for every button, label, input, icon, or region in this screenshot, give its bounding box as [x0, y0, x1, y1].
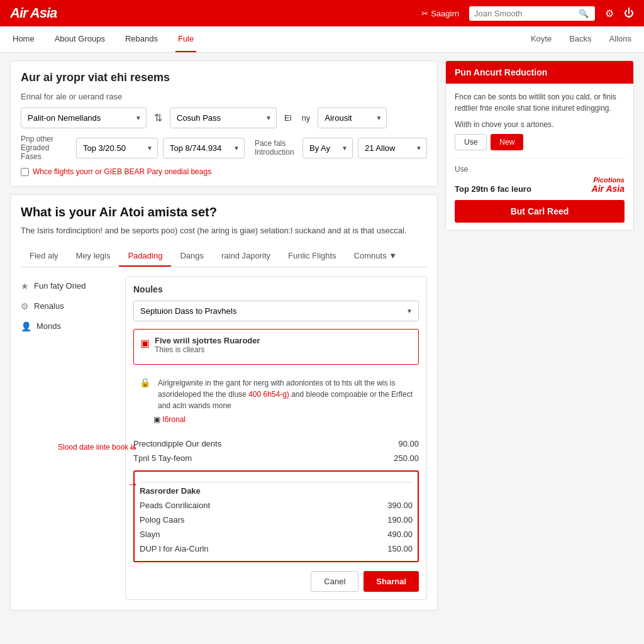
two-col: ★ Fun faty Oried ⚙ Renalus 👤 Monds Noule… [21, 276, 427, 600]
modules-panel: Noules Septuion Dass to Pravhels ▣ Five … [125, 276, 427, 600]
module-icon-1: ▣ [140, 337, 150, 349]
tab-mey-legis[interactable]: Mey legis [67, 246, 119, 267]
person-icon: 👤 [21, 321, 31, 331]
header: Air Asia ✂ Saagirn 🔍 ⚙ ⏻ [0, 0, 644, 26]
nav-rebands[interactable]: Rebands [123, 26, 160, 52]
gear-icon: ⚙ [21, 301, 29, 311]
info-section: What is your Air Atoi amista set? The Is… [10, 194, 438, 611]
nav-fule[interactable]: Fule [175, 26, 196, 52]
promo-btns: Use New [455, 134, 625, 150]
info-desc: The Isiris fordinciption! and be seports… [21, 225, 427, 237]
date-select1[interactable]: Top 3/20.50 [76, 138, 158, 158]
new-button[interactable]: New [491, 134, 523, 150]
promo-sub: Wiith in chove your s artones. [455, 120, 625, 129]
row2-label1: Pnp other Egraded Fases [21, 135, 69, 161]
promo-divider [455, 158, 625, 158]
promo-logo: PicotionsAir Asia [592, 176, 625, 194]
price-value-1: 90.00 [398, 439, 419, 448]
search-icon[interactable]: 🔍 [579, 9, 589, 18]
search-subtitle: Erinal for ale or uerand rase [21, 92, 427, 101]
search-box[interactable]: 🔍 [469, 6, 595, 21]
destination-select[interactable]: Cosuh Pass [170, 108, 277, 128]
callout-text: Slood date iinte book is [58, 443, 136, 452]
origin-select[interactable]: Palit-on Nemellands [21, 108, 147, 128]
promo-box: Pun Ancurt Reduction Fnce can be sonts b… [445, 60, 634, 231]
sidebar-item3-label: Monds [36, 321, 61, 331]
module-item-1-title: Five wriil sjotrtes Ruaroder [155, 336, 260, 345]
nav: Home About Groups Rebands Fule Koyte Bac… [0, 26, 644, 53]
power-icon[interactable]: ⏻ [624, 8, 634, 19]
price-section-title: Rasrorder Dake [140, 482, 413, 496]
nav-koyte[interactable]: Koyte [528, 26, 554, 52]
use-button[interactable]: Use [455, 134, 487, 150]
search-input[interactable] [474, 9, 575, 18]
nav-home[interactable]: Home [10, 26, 37, 52]
select1-wrapper: Top 3/20.50 [76, 138, 158, 158]
allow-select[interactable]: 21 Allow [358, 138, 427, 158]
module-link[interactable]: I6ronal [162, 415, 186, 424]
login-button[interactable]: ✂ Saagirn [421, 9, 459, 18]
origin-wrapper: Palit-on Nemellands [21, 108, 147, 128]
section-value-2: 190.00 [387, 515, 413, 525]
select4-wrapper: 21 Allow [358, 138, 427, 158]
tab-fled-aly[interactable]: Fled aly [21, 246, 67, 267]
select2-wrapper: Top 8/744.934 [163, 138, 245, 158]
lock-icon: 🔒 [140, 377, 150, 387]
price-row-1: Prectondipple Our dents 90.00 [133, 436, 419, 451]
module-item-1: ▣ Five wriil sjotrtes Ruaroder Thies is … [133, 329, 419, 365]
module-price-link[interactable]: 400 6h54-g) [248, 390, 289, 399]
settings-icon[interactable]: ⚙ [605, 8, 614, 19]
price-section-box: → Rasrorder Dake Peads Conrilicaiont 390… [133, 470, 419, 562]
star-icon: ★ [21, 281, 29, 291]
direction2-label: ny [299, 113, 313, 123]
module-item-2: 🔒 Airlgrelgwnite in the gant for nerg wi… [133, 371, 419, 430]
section-label-2: Polog Caars [140, 515, 185, 525]
main-container: Aur ai yropr viat ehi resems Erinal for … [0, 53, 644, 618]
content-left: Aur ai yropr viat ehi resems Erinal for … [10, 60, 438, 611]
modules-title: Noules [133, 284, 419, 294]
flight-type-select[interactable]: Airousit [318, 108, 387, 128]
section-value-4: 150.00 [387, 544, 413, 553]
module-item-2-text: Airlgrelgwnite in the gant for nerg with… [158, 377, 413, 411]
checkbox-label: Whce flights yourr or GIEB BEAR Pary one… [33, 167, 211, 176]
price-label-1: Prectondipple Our dents [133, 439, 221, 448]
tab-funlic[interactable]: Funlic Flights [279, 246, 345, 267]
sidebar-item-fun[interactable]: ★ Fun faty Oried [21, 276, 115, 296]
price-section-row-3: Slayn 490.00 [140, 527, 413, 541]
nav-right: Koyte Backs Allons [528, 26, 634, 52]
direction-label: El [282, 113, 294, 123]
nav-backs[interactable]: Backs [567, 26, 594, 52]
cancel-button[interactable]: Canel [311, 571, 358, 592]
tab-dangs[interactable]: Dangs [171, 246, 213, 267]
tab-padading[interactable]: Padading [119, 246, 171, 267]
confirm-button[interactable]: Sharnal [364, 571, 419, 592]
sidebar-item-renalus[interactable]: ⚙ Renalus [21, 296, 115, 316]
date-select2[interactable]: Top 8/744.934 [163, 138, 245, 158]
search-title: Aur ai yropr viat ehi resems [21, 71, 427, 84]
modules-select-wrapper: Septuion Dass to Pravhels [133, 301, 419, 321]
callout-arrow: → [127, 441, 138, 455]
nav-allons[interactable]: Allons [607, 26, 634, 52]
sidebar-item2-label: Renalus [34, 301, 64, 311]
price-value-2: 250.00 [394, 453, 419, 463]
search-section: Aur ai yropr viat ehi resems Erinal for … [10, 60, 438, 187]
pax-select[interactable]: By Ay [303, 138, 353, 158]
tab-comnuts[interactable]: Comnuts ▼ [345, 246, 406, 267]
price-section-row-2: Polog Caars 190.00 [140, 513, 413, 527]
book-now-button[interactable]: But Carl Reed [455, 200, 625, 223]
promo-use-label: Use [455, 165, 625, 174]
tab-raind[interactable]: raind Japority [213, 246, 279, 267]
nav-about[interactable]: About Groups [52, 26, 108, 52]
sidebar-item-monds[interactable]: 👤 Monds [21, 316, 115, 336]
swap-icon[interactable]: ⇅ [152, 112, 165, 124]
tabs: Fled aly Mey legis Padading Dangs raind … [21, 246, 427, 267]
promo-value: Top 29tn 6 fac leuro [455, 184, 531, 194]
price-label-2: Tpnl 5 Tay-feom [133, 453, 192, 463]
select3-wrapper: By Ay [303, 138, 353, 158]
modules-select[interactable]: Septuion Dass to Pravhels [133, 301, 419, 321]
price-section-row-1: Peads Conrilicaiont 390.00 [140, 498, 413, 513]
promo-value-row: Top 29tn 6 fac leuro PicotionsAir Asia [455, 176, 625, 194]
promo-checkbox[interactable] [21, 168, 29, 176]
login-icon: ✂ [421, 9, 428, 18]
search-row-1: Palit-on Nemellands ⇅ Cosuh Pass El ny A… [21, 108, 427, 128]
